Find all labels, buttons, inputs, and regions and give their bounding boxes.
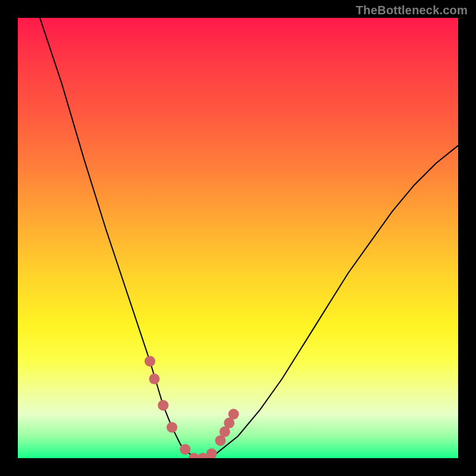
watermark-text: TheBottleneck.com [356, 4, 468, 17]
marker-point [228, 409, 239, 419]
marker-group [145, 356, 239, 458]
chart-svg [18, 18, 458, 458]
marker-point [180, 444, 190, 455]
marker-point [206, 449, 217, 458]
marker-point [167, 422, 177, 433]
plot-gradient-area [18, 18, 458, 458]
curve-line [40, 18, 458, 458]
marker-point [149, 374, 159, 384]
marker-point [145, 356, 155, 367]
marker-point [158, 400, 168, 411]
bottleneck-curve [40, 18, 458, 458]
